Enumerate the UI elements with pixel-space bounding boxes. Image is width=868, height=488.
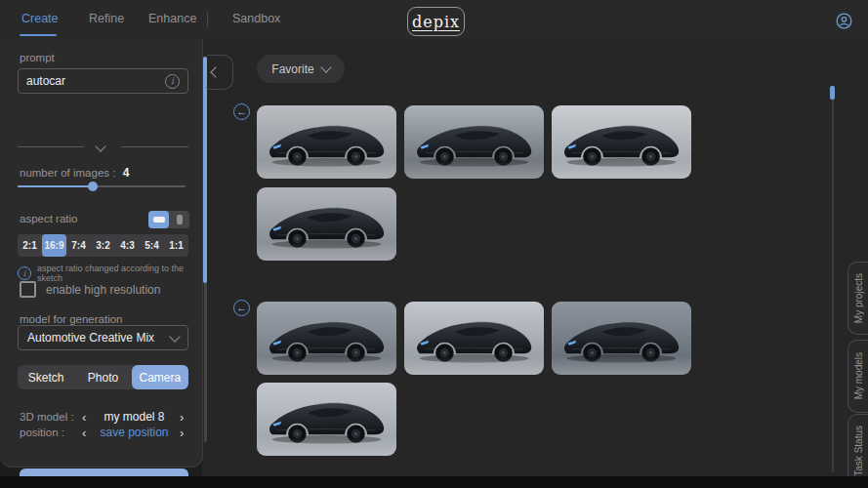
generated-image-1-4[interactable] [257,187,396,261]
arrow-left-icon: ← [236,106,247,117]
position-label: position : [20,427,64,438]
chevron-left-icon [210,66,221,77]
top-bar: Create Refine Enhance Sandbox depix [0,0,868,39]
tab-camera[interactable]: Camera [132,365,188,389]
portrait-icon [177,215,183,224]
generated-image-2-2[interactable] [404,302,544,375]
position-value[interactable]: save position [93,426,176,439]
info-icon: i [18,266,31,280]
divider-right [121,146,188,147]
user-icon [836,13,852,29]
reuse-batch-2-button[interactable]: ← [233,300,250,316]
position-row: position : ‹ save position › [0,424,202,441]
tab-enhance-label: Enhance [148,12,196,25]
sidebar-collapse-button[interactable] [206,55,233,90]
mode-tabs: Sketch Photo Camera [18,365,188,389]
num-images-value: 4 [123,166,130,180]
prompt-label: prompt [20,52,55,63]
model3d-label: 3D model : [20,411,74,423]
prompt-value: autocar [26,74,165,88]
generated-image-2-3[interactable] [552,302,691,375]
results-scrollbar-track[interactable] [832,86,834,472]
high-res-label: enable high resolution [46,283,160,297]
prompt-input[interactable]: autocar i [18,68,188,94]
ratio-note-row: i aspect ratio changed according to the … [18,264,193,283]
tab-photo[interactable]: Photo [74,365,131,389]
generated-image-1-3[interactable] [552,105,691,179]
tab-refine[interactable]: Refine [89,0,124,37]
model-label: model for generation [20,313,122,325]
sidebar-scrollbar-thumb[interactable] [203,57,207,283]
tab-create-label: Create [21,12,59,25]
chevron-down-icon [169,331,180,342]
tab-enhance[interactable]: Enhance [148,0,196,37]
generation-sidebar: prompt autocar i number of images : 4 as… [0,39,203,468]
divider-left [18,146,84,147]
model3d-prev-icon[interactable]: ‹ [82,411,86,424]
ratio-5-4[interactable]: 5:4 [140,234,164,257]
bottom-strip [0,476,868,488]
arrow-left-icon: ← [236,303,247,313]
generated-image-1-1[interactable] [257,105,396,179]
advanced-toggle[interactable] [0,141,202,154]
tab-refine-label: Refine [89,12,124,25]
high-res-row: enable high resolution [20,281,160,298]
model3d-next-icon[interactable]: › [180,411,184,424]
app-logo-text: depix [412,13,460,31]
ratio-1-1[interactable]: 1:1 [164,234,188,257]
ratio-7-4[interactable]: 7:4 [66,234,91,257]
num-images-row: number of images : 4 [20,166,129,180]
aspect-ratio-label: aspect ratio [20,213,77,224]
tab-create[interactable]: Create [21,0,59,37]
prompt-info-icon[interactable]: i [165,74,180,89]
landscape-toggle[interactable] [148,211,169,228]
tab-my-models[interactable]: My models [847,340,868,413]
ratio-16-9[interactable]: 16:9 [42,234,66,257]
portrait-toggle[interactable] [169,211,189,228]
chevron-down-icon [320,61,331,72]
nav-divider [207,12,208,27]
slider-fill [18,185,93,187]
app-logo: depix [407,7,465,36]
ratio-3-2[interactable]: 3:2 [91,234,115,257]
reuse-batch-1-button[interactable]: ← [233,103,250,120]
favorite-filter-dropdown[interactable]: Favorite [257,55,345,83]
model-dropdown-value: Automotive Creative Mix [27,331,171,345]
landscape-icon [153,217,165,223]
orientation-toggle [148,211,189,228]
chevron-down-icon [95,141,105,151]
slider-thumb[interactable] [88,182,98,191]
ratio-note-text: aspect ratio changed according to the sk… [37,264,193,283]
position-next-icon[interactable]: › [180,427,184,439]
tab-my-projects-label: My projects [853,273,864,323]
ratio-2-1[interactable]: 2:1 [18,234,42,257]
aspect-ratio-bar: 2:1 16:9 7:4 3:2 4:3 5:4 1:1 [18,234,188,257]
results-scrollbar-thumb[interactable] [830,86,835,100]
model3d-value: my model 8 [93,410,176,424]
generated-image-2-4[interactable] [257,383,396,456]
tab-sandbox[interactable]: Sandbox [232,0,280,37]
generated-image-1-2[interactable] [404,105,544,179]
ratio-4-3[interactable]: 4:3 [115,234,140,257]
high-res-checkbox[interactable] [20,281,36,298]
num-images-label: number of images : [20,167,115,179]
tab-sandbox-label: Sandbox [232,12,280,25]
model-dropdown[interactable]: Automotive Creative Mix [18,325,188,350]
generated-image-2-1[interactable] [257,302,396,375]
position-prev-icon[interactable]: ‹ [82,427,86,439]
num-images-slider[interactable] [0,185,202,195]
favorite-filter-label: Favorite [271,62,313,76]
tab-my-projects[interactable]: My projects [847,262,868,335]
tab-sketch[interactable]: Sketch [18,365,74,389]
active-tab-underline [20,34,57,36]
tab-my-models-label: My models [853,352,864,399]
user-account-button[interactable] [836,13,852,29]
tab-task-status-label: Task Status [853,426,864,476]
